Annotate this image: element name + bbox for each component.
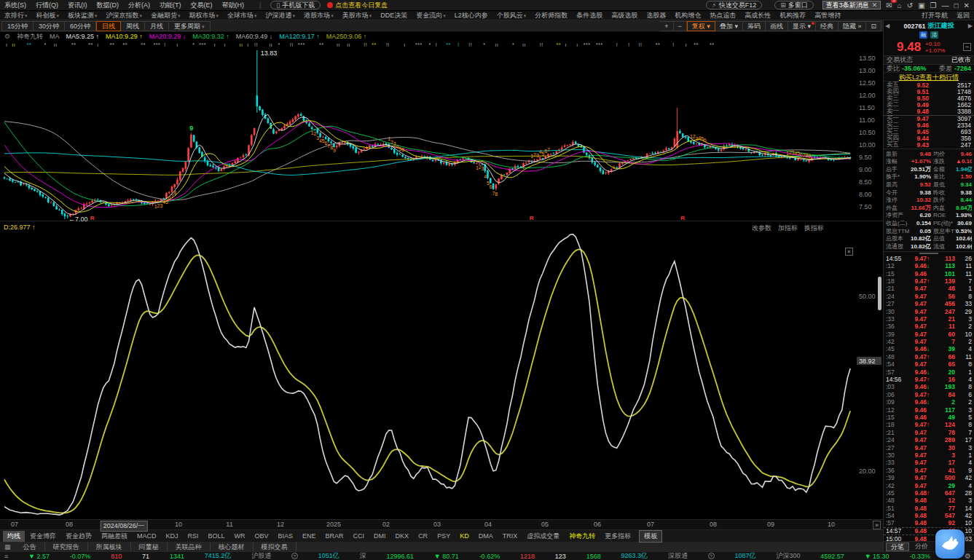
menu-item[interactable]: 帮助(H) [222, 1, 245, 10]
nav-item-高级选股[interactable]: 高级选股 [611, 11, 637, 20]
period-button-月线[interactable]: 月线 [145, 21, 169, 31]
nav-item-个股风云[interactable]: 个股风云▾ [497, 11, 527, 20]
indicator-tab-CR[interactable]: CR [414, 532, 432, 540]
function-tab-公告[interactable]: 公告 [15, 543, 45, 551]
nav-item-全球市场[interactable]: 全球市场▾ [227, 11, 257, 20]
undo-icon[interactable]: ↺ [907, 1, 913, 9]
function-tab-关联品种[interactable]: 关联品种 [168, 543, 211, 551]
indicator-tab-资金博弈[interactable]: 资金博弈 [25, 531, 60, 542]
nav-item-DDE决策[interactable]: DDE决策 [380, 11, 407, 20]
nav-item-沪深港通[interactable]: 沪深港通▾ [266, 11, 296, 20]
indicator-tab-WR[interactable]: WR [230, 532, 250, 540]
indicator-tab-虚拟成交量[interactable]: 虚拟成交量 [522, 531, 564, 542]
nav-item-选股器[interactable]: 选股器 [646, 11, 666, 20]
menu-item[interactable]: 行情(Q) [36, 1, 58, 10]
back-link[interactable]: 返回 [957, 11, 970, 20]
nav-item-高成长性[interactable]: 高成长性 [745, 11, 771, 20]
chart-scrollbar-thumb[interactable] [878, 277, 881, 310]
nav-item-板块监测[interactable]: 板块监测▾ [68, 11, 98, 20]
tool-button-经典[interactable]: 经典 [816, 21, 838, 31]
menu-item[interactable]: 交易(E) [191, 1, 213, 10]
indicator-tab-BIAS[interactable]: BIAS [274, 532, 298, 540]
nav-item-美股市场[interactable]: 美股市场▾ [342, 11, 372, 20]
skin-icon[interactable]: ▣ [918, 1, 924, 9]
prev-stock-arrow[interactable]: ◀ [885, 23, 889, 29]
home-icon[interactable]: ⌂ [898, 1, 902, 9]
menu-item[interactable]: 分析(A) [128, 1, 150, 10]
indicator-tab-BOLL[interactable]: BOLL [204, 532, 229, 540]
menu-item[interactable]: 系统(S) [4, 1, 26, 10]
indicator-tab-CCI[interactable]: CCI [349, 532, 369, 540]
nav-item-科创板[interactable]: 科创板▾ [36, 11, 60, 20]
period-button-30分钟[interactable]: 30分钟 [34, 21, 65, 31]
period-button-60分钟[interactable]: 60分钟 [65, 21, 96, 31]
function-tab-研究报告[interactable]: 研究报告 [45, 543, 88, 551]
minimize-button[interactable]: — [942, 1, 949, 9]
nav-item-金融期货[interactable]: 金融期货▾ [151, 11, 181, 20]
indicator-tab-模板[interactable]: 模板 [639, 530, 662, 543]
period-button-更多周期[interactable]: 更多周期 ▾ [169, 21, 210, 31]
settings-icon[interactable]: ⚙ [965, 552, 971, 560]
period-button-周线[interactable]: 周线 [121, 21, 145, 31]
open-navigation-link[interactable]: 打开导航 [922, 11, 948, 20]
function-tab-模拟交易[interactable]: 模拟交易 [254, 543, 296, 551]
tool-button-画线[interactable]: 画线 [766, 21, 788, 31]
nav-item-条件选股[interactable]: 条件选股 [576, 11, 602, 20]
indicator-tab-BRAR[interactable]: BRAR [321, 532, 348, 540]
messenger-dove-icon[interactable] [935, 529, 965, 559]
function-tab-核心题材[interactable]: 核心题材 [211, 543, 254, 551]
tool-button-显示[interactable]: 显示 ▾ [788, 21, 816, 31]
multi-window-button[interactable]: ⊞多窗口 [774, 1, 814, 9]
quote-tab-分价[interactable]: 分价 [911, 543, 932, 551]
indicator-tab-资金趋势[interactable]: 资金趋势 [61, 531, 96, 542]
nav-item-沪深京指数[interactable]: 沪深京指数▾ [106, 11, 143, 20]
candlestick-chart[interactable]: 13.5013.0012.5012.0011.5011.0010.5010.00… [0, 48, 883, 221]
l2-link[interactable]: 购买L2查看十档行情 [899, 74, 959, 81]
tick-trade-list[interactable]: 14:559.47↑11326:129.46↓11311:159.4610111… [884, 255, 974, 541]
kd-indicator-pane[interactable]: D:26.977 ↑ 改参数加指标换指标 ✕ 50.0038.9220.00 [0, 221, 883, 520]
menu-item[interactable]: 功能(T) [160, 1, 181, 10]
indicator-tab-MACD[interactable]: MACD [133, 532, 161, 540]
indicator-tab-DMA[interactable]: DMA [474, 532, 498, 540]
tool-button-复权[interactable]: 复权 ▾ [687, 21, 715, 31]
indicator-tab-OBV[interactable]: OBV [251, 532, 273, 540]
close-icon[interactable]: ✕ [872, 1, 878, 9]
daily-replay-link[interactable]: 点击查看今日复盘 [327, 1, 388, 10]
nav-item-高管增持[interactable]: 高管增持 [814, 11, 841, 20]
settings-gear-icon[interactable]: ⚙ [4, 33, 10, 40]
next-stock-arrow[interactable]: ▶ [968, 23, 973, 29]
x-axis-more-icon[interactable]: » [873, 521, 881, 529]
indicator-tab-DMI[interactable]: DMI [369, 532, 390, 540]
period-button-15分钟[interactable]: 15分钟 [1, 21, 34, 31]
nav-item-分析师指数[interactable]: 分析师指数 [535, 11, 567, 20]
nav-item-热点追击[interactable]: 热点追击 [710, 11, 736, 20]
period-button-日线[interactable]: 日线 [96, 21, 121, 31]
indicator-tab-ENE[interactable]: ENE [298, 532, 321, 540]
nav-item-期权市场[interactable]: 期权市场▾ [189, 11, 219, 20]
indicator-tab-KDJ[interactable]: KDJ [162, 532, 183, 540]
tool-button-隐藏 »[interactable]: 隐藏 » [838, 21, 867, 31]
nav-item-资金流向[interactable]: 资金流向▾ [416, 11, 446, 20]
indicator-tab-KD[interactable]: KD [455, 532, 474, 540]
nav-item-L2核心内参[interactable]: L2核心内参 [455, 11, 488, 20]
nav-item-港股市场[interactable]: 港股市场▾ [304, 11, 334, 20]
maximize-button[interactable]: □ [954, 1, 959, 9]
tool-button-筹码[interactable]: 筹码 [743, 21, 766, 31]
nav-item-机构推荐[interactable]: 机构推荐 [779, 11, 806, 20]
close-window-button[interactable]: ✕ [964, 1, 970, 9]
menu-item[interactable]: 资讯(I) [68, 1, 87, 10]
indicator-tab-RSI[interactable]: RSI [184, 532, 203, 540]
function-tab-所属板块[interactable]: 所属板块 [88, 543, 131, 551]
collapse-panel-button[interactable]: − [963, 43, 971, 51]
nav-item-机构增仓[interactable]: 机构增仓 [675, 11, 701, 20]
indicator-tab-TRIX[interactable]: TRIX [498, 532, 522, 540]
indicator-tab-两融差额[interactable]: 两融差额 [97, 531, 132, 542]
new-messages-button[interactable]: 查看3条新消息✕ [822, 1, 881, 9]
indicator-tab-PSY[interactable]: PSY [433, 532, 455, 540]
mailbox-button[interactable]: ✉5 [886, 1, 892, 9]
nav-item-京排行[interactable]: 京排行▾ [4, 11, 28, 20]
function-tab-问董秘[interactable]: 问董秘 [131, 543, 168, 551]
list-icon[interactable]: ▦ [0, 543, 15, 551]
indicator-tab-更多指标[interactable]: 更多指标 [600, 531, 635, 542]
quick-trade-button[interactable]: ⚡快速交易F12 [706, 1, 762, 9]
